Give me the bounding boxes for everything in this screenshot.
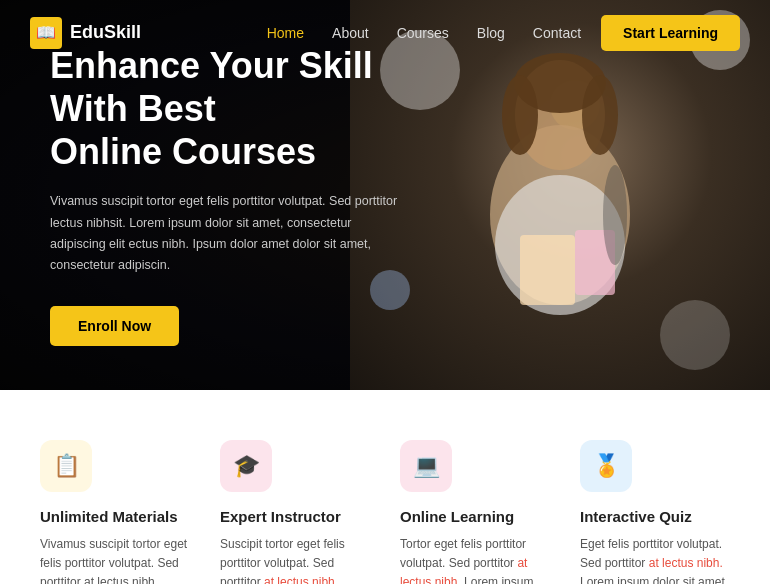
medal-icon: 🏅	[593, 453, 620, 479]
nav-link-courses[interactable]: Courses	[397, 25, 449, 41]
svg-point-4	[582, 75, 618, 155]
nav-item-about[interactable]: About	[332, 24, 369, 42]
online-learning-desc: Tortor eget felis porttitor volutpat. Se…	[400, 535, 550, 584]
student-svg	[420, 15, 700, 375]
feature-online-learning: 💻 Online Learning Tortor eget felis port…	[400, 440, 550, 584]
interactive-quiz-desc: Eget felis porttitor volutpat. Sed portt…	[580, 535, 730, 584]
unlimited-materials-desc: Vivamus suscipit tortor eget felis portt…	[40, 535, 190, 584]
feature-interactive-quiz: 🏅 Interactive Quiz Eget felis porttitor …	[580, 440, 730, 584]
nav-item-courses[interactable]: Courses	[397, 24, 449, 42]
nav-link-home[interactable]: Home	[267, 25, 304, 41]
svg-point-8	[603, 165, 627, 265]
logo-icon: 📖	[30, 17, 62, 49]
interactive-quiz-icon-wrap: 🏅	[580, 440, 632, 492]
online-learning-icon-wrap: 💻	[400, 440, 452, 492]
nav-item-home[interactable]: Home	[267, 24, 304, 42]
unlimited-materials-title: Unlimited Materials	[40, 508, 178, 525]
logo: 📖 EduSkill	[30, 17, 141, 49]
nav-link-about[interactable]: About	[332, 25, 369, 41]
nav-links: Home About Courses Blog Contact	[267, 24, 581, 42]
online-learning-title: Online Learning	[400, 508, 514, 525]
hero-description: Vivamus suscipit tortor eget felis portt…	[50, 191, 410, 276]
interactive-quiz-title: Interactive Quiz	[580, 508, 692, 525]
expert-instructor-desc: Suscipit tortor eget felis porttitor vol…	[220, 535, 370, 584]
svg-point-3	[502, 75, 538, 155]
hero-content: Enhance Your Skill With Best Online Cour…	[0, 44, 430, 347]
nav-link-contact[interactable]: Contact	[533, 25, 581, 41]
graduation-icon: 🎓	[233, 453, 260, 479]
nav-item-blog[interactable]: Blog	[477, 24, 505, 42]
nav-item-contact[interactable]: Contact	[533, 24, 581, 42]
expert-instructor-title: Expert Instructor	[220, 508, 341, 525]
logo-text: EduSkill	[70, 22, 141, 43]
navbar: 📖 EduSkill Home About Courses Blog Conta…	[0, 0, 770, 65]
monitor-icon: 💻	[413, 453, 440, 479]
nav-link-blog[interactable]: Blog	[477, 25, 505, 41]
expert-instructor-icon-wrap: 🎓	[220, 440, 272, 492]
feature-expert-instructor: 🎓 Expert Instructor Suscipit tortor eget…	[220, 440, 370, 584]
start-learning-button[interactable]: Start Learning	[601, 15, 740, 51]
unlimited-materials-icon-wrap: 📋	[40, 440, 92, 492]
features-section: 📋 Unlimited Materials Vivamus suscipit t…	[0, 390, 770, 584]
feature-unlimited-materials: 📋 Unlimited Materials Vivamus suscipit t…	[40, 440, 190, 584]
clipboard-icon: 📋	[53, 453, 80, 479]
enroll-now-button[interactable]: Enroll Now	[50, 306, 179, 346]
svg-rect-6	[520, 235, 575, 305]
